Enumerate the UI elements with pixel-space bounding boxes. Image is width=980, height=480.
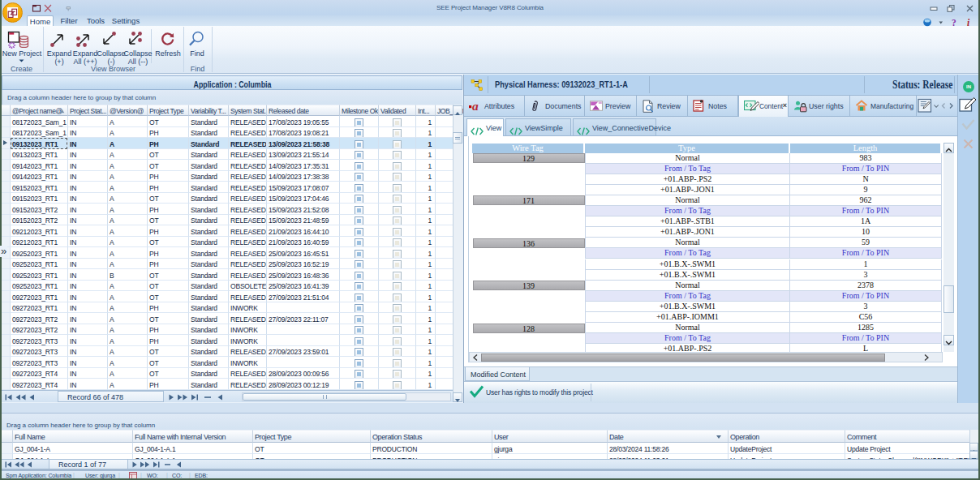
svg-text:?: ? xyxy=(952,18,956,27)
svg-text:i: i xyxy=(967,18,970,27)
svg-text:a: a xyxy=(472,100,479,112)
